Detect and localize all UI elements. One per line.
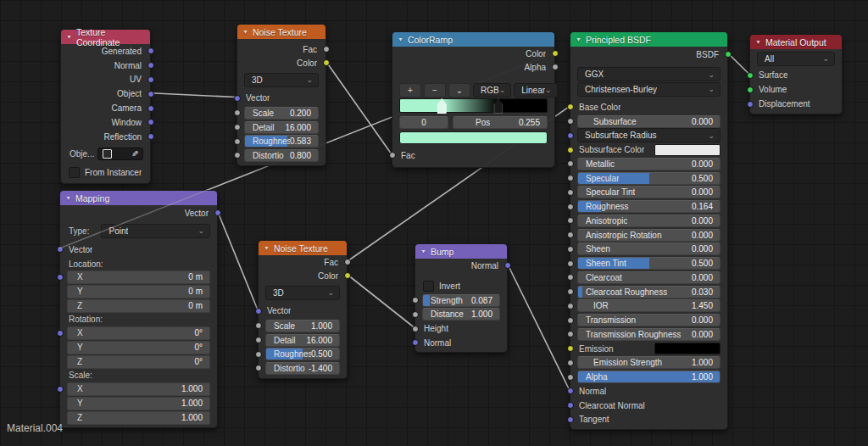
node-header-mapping[interactable]: ▼Mapping	[60, 191, 217, 205]
collapse-triangle-icon[interactable]: ▼	[66, 34, 72, 40]
vector-field-mapping-13[interactable]: Y1.000	[67, 397, 210, 410]
socket-mapping-X-L[interactable]	[57, 386, 64, 393]
socket-principled-Anisotropic-L[interactable]	[567, 217, 574, 224]
remove-stop-button[interactable]: −	[424, 83, 446, 98]
vector-field-mapping-8[interactable]: X0°	[67, 326, 210, 340]
socket-principled-Anisotropic Rotation-L[interactable]	[567, 231, 574, 238]
socket-principled-Roughness-L[interactable]	[567, 203, 574, 210]
ramp-color-swatch[interactable]	[399, 131, 548, 144]
vector-field-mapping-6[interactable]: Z0 m	[67, 299, 210, 313]
collapse-triangle-icon[interactable]: ▼	[420, 248, 426, 254]
interpolation-dropdown[interactable]: Linear⌄	[514, 83, 557, 98]
socket-principled-Emission Strength-L[interactable]	[567, 360, 574, 366]
add-stop-button[interactable]: +	[399, 83, 421, 98]
socket-mapping-X-L[interactable]	[57, 330, 64, 337]
slider-noise2-Scale[interactable]: Scale1.000	[265, 320, 340, 332]
socket-principled-Normal-L[interactable]	[567, 387, 574, 394]
node-principled[interactable]: ▼Principled BSDFBSDFGGX⌄Christensen-Burl…	[570, 31, 728, 430]
slider-noise2-Distortio[interactable]: Distortio-1.400	[265, 362, 340, 375]
socket-noise2-Roughness-L[interactable]	[255, 351, 262, 358]
socket-texcoord-Reflection-R[interactable]	[147, 133, 154, 140]
node-header-texcoord[interactable]: ▼Texture Coordinate	[61, 30, 150, 44]
checkbox[interactable]	[69, 167, 80, 178]
socket-noise2-Detail-L[interactable]	[255, 337, 262, 343]
socket-mapping-Vector-L[interactable]	[57, 246, 64, 253]
node-header-noise1[interactable]: ▼Noise Texture	[237, 25, 326, 39]
socket-output-Volume-L[interactable]	[747, 86, 754, 93]
slider-principled-Anisotropic[interactable]: Anisotropic0.000	[577, 215, 721, 227]
collapse-triangle-icon[interactable]: ▼	[398, 36, 403, 42]
socket-output-Displacement-L[interactable]	[747, 101, 754, 108]
eyedropper-icon[interactable]: ✎	[131, 149, 138, 159]
socket-noise2-Vector-L[interactable]	[255, 308, 262, 315]
slider-principled-Specular[interactable]: Specular0.500	[577, 172, 721, 185]
socket-texcoord-Normal-R[interactable]	[147, 62, 154, 69]
collapse-triangle-icon[interactable]: ▼	[242, 29, 248, 35]
vector-field-mapping-14[interactable]: Z1.000	[67, 411, 210, 425]
dropdown-noise1-2[interactable]: 3D⌄	[244, 73, 319, 87]
slider-principled-IOR[interactable]: IOR1.450	[577, 299, 721, 312]
slider-principled-Emission Strength[interactable]: Emission Strength1.000	[577, 356, 721, 369]
socket-noise2-Scale-L[interactable]	[255, 322, 262, 329]
node-noise2[interactable]: ▼Noise TextureFacColor3D⌄VectorScale1.00…	[258, 240, 348, 379]
node-colorramp[interactable]: ▼ColorRampColorAlpha+−⌄RGB⌄Linear⌄0Pos0.…	[392, 31, 555, 168]
object-selector[interactable]: ✎	[97, 148, 143, 160]
slider-principled-Transmission Roughness[interactable]: Transmission Roughness0.000	[577, 328, 721, 341]
socket-principled-Sheen Tint-L[interactable]	[567, 260, 574, 267]
vector-field-mapping-4[interactable]: X0 m	[67, 270, 210, 284]
node-editor-canvas[interactable]: ▼Texture CoordinateGeneratedNormalUVObje…	[0, 0, 868, 446]
socket-bump-Normal-L[interactable]	[412, 339, 419, 346]
node-header-noise2[interactable]: ▼Noise Texture	[259, 241, 347, 255]
socket-bump-Height-L[interactable]	[412, 326, 419, 332]
socket-bump-Distance-L[interactable]	[412, 311, 419, 318]
ramp-stop[interactable]	[493, 98, 503, 114]
slider-noise1-Distortio[interactable]: Distortio0.800	[244, 149, 319, 162]
node-noise1[interactable]: ▼Noise TextureFacColor3D⌄VectorScale0.20…	[236, 24, 326, 166]
slider-principled-Transmission[interactable]: Transmission0.000	[577, 314, 721, 326]
slider-principled-Specular Tint[interactable]: Specular Tint0.000	[577, 186, 721, 198]
slider-noise2-Detail[interactable]: Detail16.000	[265, 334, 340, 347]
slider-principled-Clearcoat[interactable]: Clearcoat0.000	[577, 271, 721, 284]
socket-output-Surface-L[interactable]	[747, 72, 754, 79]
socket-noise1-Detail-L[interactable]	[234, 124, 241, 131]
socket-texcoord-Camera-R[interactable]	[147, 105, 154, 112]
color-mode-dropdown[interactable]: RGB⌄	[473, 83, 511, 98]
slider-noise2-Roughness[interactable]: Roughness0.500	[265, 348, 340, 360]
socket-noise1-Scale-L[interactable]	[234, 109, 241, 116]
node-bump[interactable]: ▼BumpNormalInvertStrength0.087Distance1.…	[415, 243, 508, 353]
collapse-triangle-icon[interactable]: ▼	[755, 39, 761, 45]
socket-principled-Subsurface Radius-L[interactable]	[567, 132, 574, 139]
collapse-triangle-icon[interactable]: ▼	[576, 36, 581, 42]
dropdown-principled-2[interactable]: Christensen-Burley⌄	[577, 82, 721, 97]
node-mapping[interactable]: ▼MappingVectorType:Point⌄VectorLocation:…	[59, 190, 218, 428]
colorramp-gradient-bar[interactable]	[399, 98, 548, 113]
socket-principled-IOR-L[interactable]	[567, 303, 574, 309]
node-texcoord[interactable]: ▼Texture CoordinateGeneratedNormalUVObje…	[60, 29, 151, 184]
node-header-bump[interactable]: ▼Bump	[415, 244, 507, 259]
ramp-position-field[interactable]: Pos0.255	[453, 116, 548, 129]
socket-noise2-Fac-R[interactable]	[344, 259, 351, 265]
slider-noise1-Roughness[interactable]: Roughness0.583	[244, 135, 319, 148]
checkbox[interactable]	[423, 281, 434, 292]
vector-field-mapping-5[interactable]: Y0 m	[67, 285, 210, 298]
socket-principled-Transmission-L[interactable]	[567, 317, 574, 324]
socket-bump-Normal-R[interactable]	[504, 262, 511, 269]
ramp-options-button[interactable]: ⌄	[448, 83, 470, 98]
slider-noise1-Scale[interactable]: Scale0.200	[244, 107, 319, 120]
socket-texcoord-Window-R[interactable]	[147, 119, 154, 125]
slider-bump-Distance[interactable]: Distance1.000	[422, 308, 500, 321]
socket-noise2-Distortio-L[interactable]	[255, 365, 262, 371]
socket-principled-Clearcoat-L[interactable]	[567, 274, 574, 281]
socket-principled-Subsurface Color-L[interactable]	[567, 147, 574, 153]
collapse-triangle-icon[interactable]: ▼	[65, 195, 71, 201]
socket-principled-Alpha-L[interactable]	[567, 374, 574, 381]
socket-colorramp-Alpha-R[interactable]	[552, 64, 559, 70]
socket-mapping-Vector-R[interactable]	[214, 209, 221, 216]
dropdown-output-0[interactable]: All⌄	[757, 52, 835, 66]
ramp-stop-selected[interactable]	[437, 98, 447, 114]
socket-principled-Specular Tint-L[interactable]	[567, 189, 574, 196]
socket-principled-Subsurface-L[interactable]	[567, 118, 574, 125]
dropdown-mapping-type[interactable]: Point⌄	[101, 224, 210, 238]
socket-principled-BSDF-R[interactable]	[725, 51, 732, 58]
node-header-colorramp[interactable]: ▼ColorRamp	[392, 32, 554, 47]
